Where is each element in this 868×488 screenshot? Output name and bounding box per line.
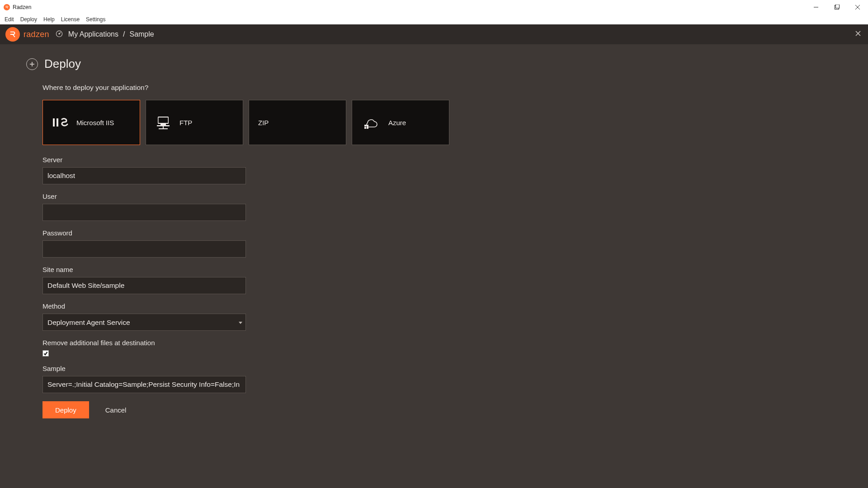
iis-icon (51, 116, 69, 129)
server-label: Server (42, 156, 246, 164)
ftp-icon (154, 115, 172, 130)
menu-help[interactable]: Help (43, 16, 55, 23)
panel-close-button[interactable] (855, 30, 861, 38)
window-title: Radzen (13, 4, 31, 10)
svg-rect-2 (836, 5, 840, 8)
password-label: Password (42, 229, 246, 237)
brand-name: radzen (24, 30, 49, 39)
breadcrumb: My Applications / Sample (55, 29, 154, 40)
method-label: Method (42, 302, 246, 310)
password-input[interactable] (42, 240, 246, 258)
deploy-button[interactable]: Deploy (42, 401, 89, 418)
svg-point-6 (59, 33, 60, 34)
window-close-button[interactable] (847, 0, 868, 14)
breadcrumb-root[interactable]: My Applications (68, 30, 118, 38)
deploy-targets: Microsoft IIS FTP ZIP (42, 100, 842, 145)
deploy-form: Server User Password Site name Method De (42, 156, 246, 418)
svg-rect-19 (364, 125, 366, 127)
target-label: Azure (388, 119, 406, 127)
user-input[interactable] (42, 204, 246, 221)
svg-rect-14 (159, 117, 168, 123)
remove-files-label: Remove additional files at destination (42, 339, 246, 347)
server-input[interactable] (42, 167, 246, 184)
menu-bar: Edit Deploy Help License Settings (0, 14, 868, 24)
window-titlebar: Radzen (0, 0, 868, 14)
method-select[interactable]: Deployment Agent Service (42, 314, 246, 331)
breadcrumb-separator: / (123, 30, 125, 38)
window-maximize-button[interactable] (826, 0, 847, 14)
menu-settings[interactable]: Settings (86, 16, 105, 23)
azure-icon (360, 115, 381, 130)
menu-deploy[interactable]: Deploy (20, 16, 37, 23)
dashboard-icon (55, 29, 64, 40)
sample-label: Sample (42, 365, 246, 372)
brand: radzen (5, 27, 49, 42)
window-controls (806, 0, 868, 14)
user-label: User (42, 192, 246, 200)
menu-edit[interactable]: Edit (5, 16, 14, 23)
svg-rect-12 (57, 118, 58, 127)
menu-license[interactable]: License (61, 16, 80, 23)
app-icon (4, 4, 10, 10)
app-header: radzen My Applications / Sample (0, 24, 868, 44)
sitename-input[interactable] (42, 277, 246, 294)
svg-rect-21 (364, 127, 366, 129)
target-label: Microsoft IIS (76, 119, 114, 127)
remove-files-checkbox[interactable] (42, 350, 49, 357)
deploy-prompt: Where to deploy your application? (42, 84, 842, 92)
svg-rect-22 (367, 127, 368, 129)
window-minimize-button[interactable] (806, 0, 826, 14)
target-card-ftp[interactable]: FTP (146, 100, 243, 145)
svg-rect-11 (53, 118, 55, 127)
cancel-button[interactable]: Cancel (105, 406, 127, 414)
svg-rect-15 (160, 124, 166, 125)
target-card-iis[interactable]: Microsoft IIS (42, 100, 140, 145)
brand-logo-icon (5, 27, 20, 42)
main-content: Deploy Where to deploy your application?… (0, 44, 868, 488)
page-title: Deploy (44, 57, 81, 71)
page-header: Deploy (26, 57, 842, 71)
target-card-zip[interactable]: ZIP (249, 100, 346, 145)
breadcrumb-current[interactable]: Sample (129, 30, 154, 38)
target-label: FTP (179, 119, 192, 127)
target-label: ZIP (258, 119, 269, 127)
plus-circle-icon (26, 58, 38, 70)
sitename-label: Site name (42, 266, 246, 273)
svg-rect-20 (367, 125, 368, 127)
target-card-azure[interactable]: Azure (352, 100, 449, 145)
sample-input[interactable] (42, 376, 246, 393)
